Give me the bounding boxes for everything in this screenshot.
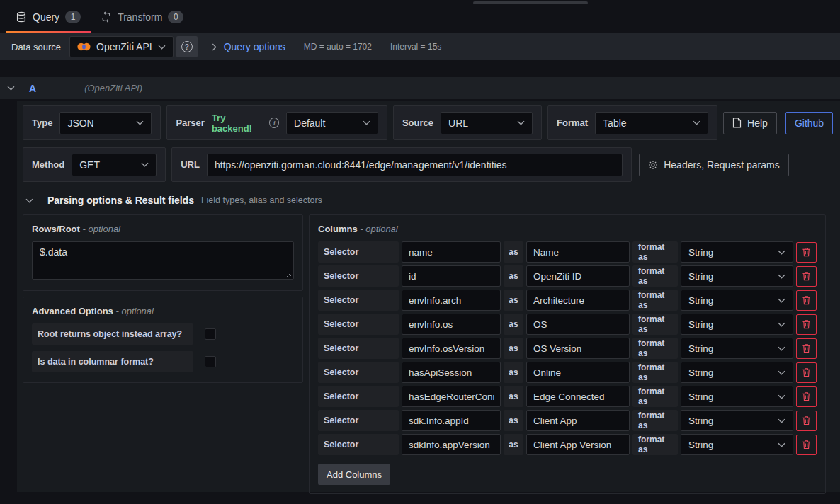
rows-root-textarea[interactable]: $.data <box>32 241 294 280</box>
format-select[interactable]: Table <box>595 112 708 134</box>
chevron-right-icon <box>212 43 217 51</box>
format-type-select[interactable]: String <box>681 338 793 359</box>
datasource-toolbar: Data source OpenZiti API ? Query options… <box>0 33 840 60</box>
parsing-panels: Rows/Root - optional $.data Advanced Opt… <box>23 214 826 494</box>
selector-input[interactable] <box>402 386 501 407</box>
columns-title-text: Columns <box>318 224 358 234</box>
delete-column-button[interactable] <box>796 266 817 287</box>
trash-icon <box>802 247 811 257</box>
headers-request-params-button[interactable]: Headers, Request params <box>639 154 788 176</box>
format-type-select[interactable]: String <box>681 434 793 455</box>
selector-input[interactable] <box>402 338 501 359</box>
alias-input[interactable] <box>526 386 630 407</box>
url-input[interactable] <box>207 154 623 176</box>
delete-column-button[interactable] <box>796 411 817 431</box>
try-backend-link[interactable]: Try backend! <box>212 113 263 134</box>
query-row-header[interactable]: A (OpenZiti API) <box>0 77 840 99</box>
advanced-options-title: Advanced Options - optional <box>32 306 294 316</box>
parser-select-value: Default <box>294 118 325 129</box>
query-options-toggle[interactable]: Query options <box>212 41 285 52</box>
editor-row-1-buttons: Help Github <box>723 112 833 134</box>
alias-input[interactable] <box>526 290 630 311</box>
method-select[interactable]: GET <box>72 154 157 176</box>
panel-resize-handle[interactable] <box>473 1 588 4</box>
selector-input[interactable] <box>402 314 501 335</box>
format-type-select[interactable]: String <box>681 410 793 431</box>
tab-transform[interactable]: Transform 0 <box>91 0 193 33</box>
source-field-group: Source URL <box>393 105 542 140</box>
delete-column-button[interactable] <box>796 435 817 455</box>
selector-input[interactable] <box>402 362 501 383</box>
format-type-value: String <box>688 440 713 450</box>
parser-select[interactable]: Default <box>286 112 378 134</box>
format-label: Format <box>557 118 588 128</box>
selector-input[interactable] <box>402 241 501 263</box>
selector-label: Selector <box>318 265 399 287</box>
github-button[interactable]: Github <box>785 112 833 134</box>
delete-column-button[interactable] <box>796 362 817 383</box>
alias-input[interactable] <box>526 362 630 383</box>
trash-icon <box>802 319 811 329</box>
headers-button-label: Headers, Request params <box>664 159 779 171</box>
chevron-down-icon <box>778 274 785 279</box>
source-select[interactable]: URL <box>441 112 533 134</box>
format-type-select[interactable]: String <box>681 386 793 407</box>
github-button-label: Github <box>795 118 824 129</box>
document-icon <box>732 118 742 128</box>
delete-column-button[interactable] <box>796 386 817 407</box>
format-type-select[interactable]: String <box>681 241 793 263</box>
selector-input[interactable] <box>402 265 501 287</box>
alias-input[interactable] <box>526 314 630 335</box>
columns-optional-text: - optional <box>360 224 397 234</box>
format-as-label: format as <box>632 410 678 431</box>
selector-label: Selector <box>318 410 399 431</box>
format-type-value: String <box>688 391 713 402</box>
alias-input[interactable] <box>526 265 630 287</box>
column-row: Selector as format as String <box>318 410 817 431</box>
info-circle-icon[interactable]: i <box>269 118 279 128</box>
help-button[interactable]: Help <box>723 112 777 134</box>
datasource-label: Data source <box>6 42 67 52</box>
parsing-section-toggle[interactable]: Parsing options & Result fields Field ty… <box>25 195 826 206</box>
type-select-value: JSON <box>67 118 93 129</box>
delete-column-button[interactable] <box>796 338 817 359</box>
format-type-select[interactable]: String <box>681 314 793 335</box>
selector-input[interactable] <box>402 410 501 431</box>
format-type-select[interactable]: String <box>681 290 793 311</box>
chevron-down-icon <box>778 418 785 423</box>
format-as-label: format as <box>632 386 678 407</box>
alias-input[interactable] <box>526 338 630 359</box>
chevron-down-icon <box>778 322 785 327</box>
tab-transform-label: Transform <box>118 11 162 23</box>
chevron-down-icon <box>693 120 700 125</box>
delete-column-button[interactable] <box>796 242 817 263</box>
datasource-picker[interactable]: OpenZiti API <box>69 36 174 57</box>
format-type-value: String <box>688 319 713 330</box>
alias-input[interactable] <box>526 410 630 431</box>
selector-input[interactable] <box>402 434 501 455</box>
chevron-down-icon <box>778 394 785 399</box>
delete-column-button[interactable] <box>796 314 817 335</box>
format-type-select[interactable]: String <box>681 362 793 383</box>
root-returns-object-checkbox[interactable] <box>205 328 216 340</box>
collapse-chevron-icon <box>25 198 33 203</box>
alias-input[interactable] <box>526 241 630 263</box>
columnar-format-checkbox[interactable] <box>205 356 216 367</box>
datasource-help-button[interactable]: ? <box>176 36 198 57</box>
advanced-option-row: Is data in columnar format? <box>32 351 294 372</box>
gear-icon <box>648 160 658 170</box>
delete-column-button[interactable] <box>796 290 817 311</box>
selector-input[interactable] <box>402 290 501 311</box>
type-select[interactable]: JSON <box>59 112 152 134</box>
alias-input[interactable] <box>526 434 630 455</box>
trash-icon <box>802 416 811 425</box>
source-label: Source <box>402 118 433 128</box>
tab-query[interactable]: Query 1 <box>6 0 91 33</box>
tab-query-label: Query <box>33 11 59 23</box>
max-data-points-text: MD = auto = 1702 <box>304 42 372 52</box>
database-icon <box>16 11 27 23</box>
add-columns-button[interactable]: Add Columns <box>318 464 390 485</box>
rows-root-title-text: Rows/Root <box>32 224 80 234</box>
format-as-label: format as <box>632 362 678 383</box>
format-type-select[interactable]: String <box>681 265 793 287</box>
